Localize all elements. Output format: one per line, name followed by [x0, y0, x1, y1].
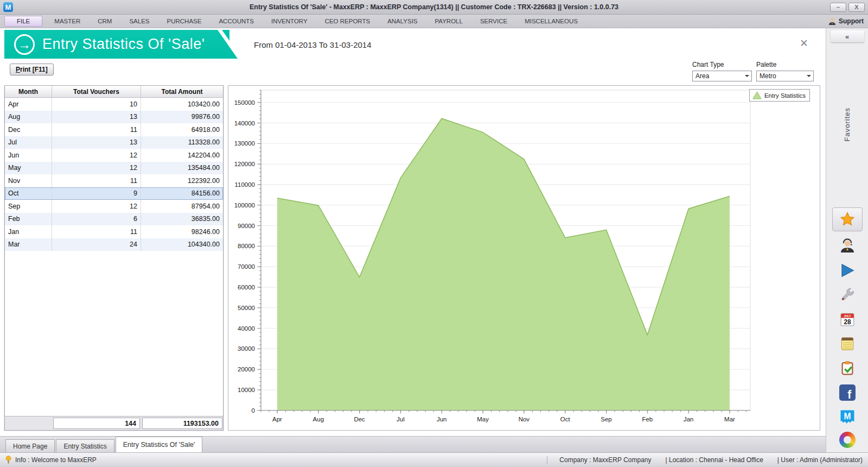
status-bar: Info : Welcome to MaxxERP Company : Maxx… [0, 452, 868, 467]
palette-label: Palette [756, 61, 814, 68]
table-row[interactable]: Jul13113328.00 [5, 136, 223, 149]
svg-text:Jan: Jan [684, 416, 694, 422]
svg-text:30000: 30000 [238, 345, 255, 352]
close-button[interactable]: X [848, 3, 865, 12]
svg-text:Mar: Mar [724, 416, 735, 422]
table-row[interactable]: Dec1164918.00 [5, 123, 223, 136]
svg-text:120000: 120000 [234, 161, 255, 167]
tab-entry-statistics[interactable]: Entry Statistics [56, 439, 114, 452]
menu-item-ceo-reports[interactable]: CEO REPORTS [316, 16, 379, 26]
close-page-icon[interactable]: ✕ [800, 37, 808, 49]
info-bulb-icon [5, 456, 11, 464]
menu-item-inventory[interactable]: INVENTORY [263, 16, 316, 26]
area-chart-svg: 0100002000030000400005000060000700008000… [228, 86, 820, 430]
table-row[interactable]: Jan1198246.00 [5, 225, 223, 238]
print-button[interactable]: Print [F11] [10, 64, 54, 75]
tools-button[interactable] [838, 285, 857, 305]
support-label: Support [839, 17, 864, 25]
svg-text:JULY: JULY [844, 314, 851, 318]
table-row[interactable]: Apr10103420.00 [5, 98, 223, 111]
svg-text:0: 0 [252, 407, 255, 414]
chart-legend: Entry Statistics [749, 89, 810, 102]
tab-home-page[interactable]: Home Page [5, 439, 55, 452]
table-row[interactable]: Feb636835.00 [5, 213, 223, 226]
table-row[interactable]: Aug1399876.00 [5, 111, 223, 124]
wrench-icon [839, 287, 856, 303]
chart-panel: 0100002000030000400005000060000700008000… [228, 85, 820, 431]
svg-text:60000: 60000 [238, 284, 255, 291]
chevron-down-icon [742, 71, 751, 81]
play-button[interactable] [838, 261, 857, 280]
svg-text:40000: 40000 [238, 325, 255, 332]
chart-type-label: Chart Type [692, 61, 752, 68]
svg-text:Oct: Oct [560, 416, 571, 422]
clipboard-check-icon [839, 360, 856, 376]
arrow-right-icon: → [14, 34, 35, 55]
svg-text:150000: 150000 [234, 99, 255, 106]
page-title: Entry Statistics Of 'Sale' [42, 36, 205, 53]
svg-text:Dec: Dec [354, 416, 365, 422]
legend-label: Entry Statistics [764, 92, 806, 99]
menu-item-analysis[interactable]: ANALYSIS [379, 16, 426, 26]
table-row[interactable]: Nov11122392.00 [5, 174, 223, 187]
svg-text:10000: 10000 [238, 387, 255, 393]
menu-item-accounts[interactable]: ACCOUNTS [210, 16, 263, 26]
column-header-month[interactable]: Month [5, 86, 52, 97]
right-sidebar: « Favorites [826, 28, 868, 452]
svg-text:Aug: Aug [313, 416, 324, 422]
minimize-button[interactable]: – [830, 3, 846, 12]
maxxerp-button[interactable]: M [838, 407, 857, 427]
favorites-star-button[interactable] [832, 207, 863, 231]
svg-text:f: f [847, 388, 852, 401]
menu-item-miscellaneous[interactable]: MISCELLANEOUS [516, 16, 586, 26]
play-icon [839, 262, 856, 279]
column-header-amount[interactable]: Total Amount [141, 86, 223, 97]
star-icon [839, 211, 856, 228]
svg-text:Apr: Apr [272, 416, 282, 422]
total-vouchers-value: 144 [53, 418, 140, 429]
support-agent-button[interactable] [838, 236, 857, 256]
svg-text:Jul: Jul [397, 416, 405, 422]
table-row[interactable]: Sep1287954.00 [5, 200, 223, 213]
table-row[interactable]: Mar24104340.00 [5, 238, 223, 251]
support-button[interactable]: Support [828, 17, 864, 26]
menu-item-service[interactable]: SERVICE [471, 16, 516, 26]
table-row[interactable]: Jun12142204.00 [5, 149, 223, 162]
table-body: Apr10103420.00 Aug1399876.00 Dec1164918.… [5, 98, 223, 416]
status-location: | Location : Chennai - Head Office [666, 456, 763, 464]
svg-text:100000: 100000 [234, 202, 255, 209]
menu-item-file[interactable]: FILE [4, 16, 42, 27]
status-user: | User : Admin (Administrator) [777, 456, 863, 464]
palette-select[interactable]: Metro [756, 71, 814, 81]
column-header-vouchers[interactable]: Total Vouchers [52, 86, 141, 97]
window-title: Entry Statistics Of 'Sale' - MaxxERP : M… [0, 3, 868, 11]
tab-entry-statistics-of-sale[interactable]: Entry Statistics Of 'Sale' [116, 437, 203, 452]
notes-button[interactable] [838, 334, 857, 354]
table-row[interactable]: Oct984156.00 [5, 187, 223, 200]
menu-item-sales[interactable]: SALES [120, 16, 158, 26]
menu-item-purchase[interactable]: PURCHASE [158, 16, 210, 26]
table-row[interactable]: May12135484.00 [5, 162, 223, 175]
menu-item-master[interactable]: MASTER [46, 16, 89, 26]
table-header-row: Month Total Vouchers Total Amount [5, 86, 223, 98]
calendar-button[interactable]: JULY 28 [838, 310, 857, 329]
tasks-button[interactable] [838, 358, 857, 378]
status-company: Company : MaxxERP Company [547, 456, 651, 464]
chevron-down-icon [804, 71, 813, 81]
favorites-label: Favorites [843, 108, 851, 141]
legend-triangle-icon [752, 91, 762, 99]
statistics-table: Month Total Vouchers Total Amount Apr101… [4, 85, 224, 431]
page-header: → Entry Statistics Of 'Sale' From 01-04-… [0, 28, 826, 59]
calendar-icon: JULY 28 [839, 311, 856, 327]
svg-text:130000: 130000 [234, 140, 255, 147]
menu-item-payroll[interactable]: PAYROLL [426, 16, 471, 26]
support-person-icon [828, 17, 836, 26]
chart-type-select[interactable]: Area [692, 71, 752, 81]
facebook-button[interactable]: f [838, 383, 857, 402]
maxxerp-m-icon: M [839, 409, 856, 425]
collapse-sidebar-button[interactable]: « [831, 30, 864, 42]
menu-item-crm[interactable]: CRM [89, 16, 120, 26]
colorful-ring-button[interactable] [839, 432, 856, 448]
svg-text:Sep: Sep [601, 416, 611, 422]
svg-text:110000: 110000 [235, 181, 255, 188]
